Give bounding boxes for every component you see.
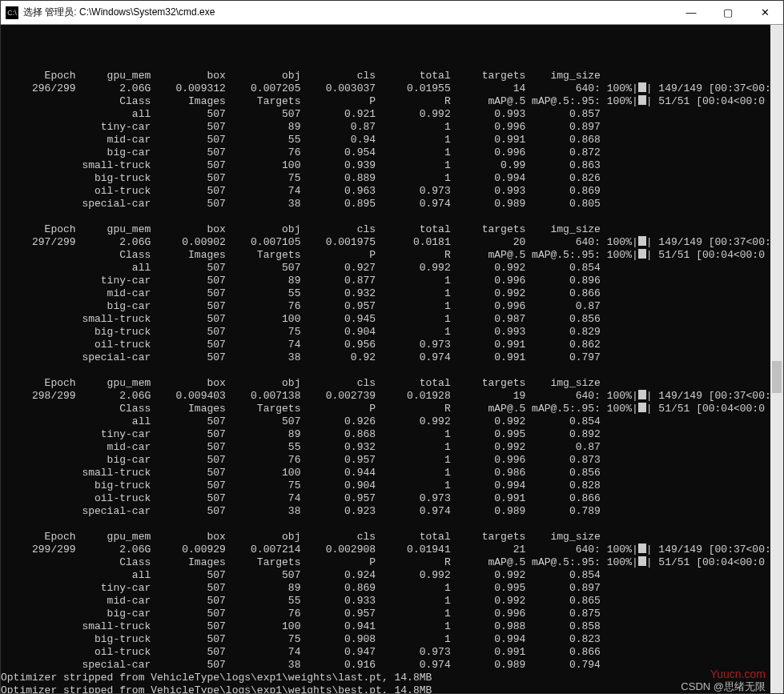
app-icon: C:\	[6, 6, 18, 19]
scrollbar-thumb[interactable]	[772, 361, 782, 393]
window-titlebar[interactable]: C:\ 选择 管理员: C:\Windows\System32\cmd.exe …	[1, 1, 783, 25]
scrollbar[interactable]	[770, 25, 783, 694]
terminal-output[interactable]: Epoch gpu_mem box obj cls total targets …	[1, 25, 783, 694]
close-button[interactable]: ✕	[746, 1, 783, 25]
watermark-csdn: CSDN @思绪无限	[681, 680, 766, 693]
maximize-button[interactable]: ▢	[710, 1, 746, 25]
watermark-site: Yuucn.com	[710, 668, 766, 680]
minimize-button[interactable]: —	[673, 1, 710, 25]
window-title: 选择 管理员: C:\Windows\System32\cmd.exe	[23, 6, 215, 19]
terminal-text: Epoch gpu_mem box obj cls total targets …	[1, 57, 783, 694]
